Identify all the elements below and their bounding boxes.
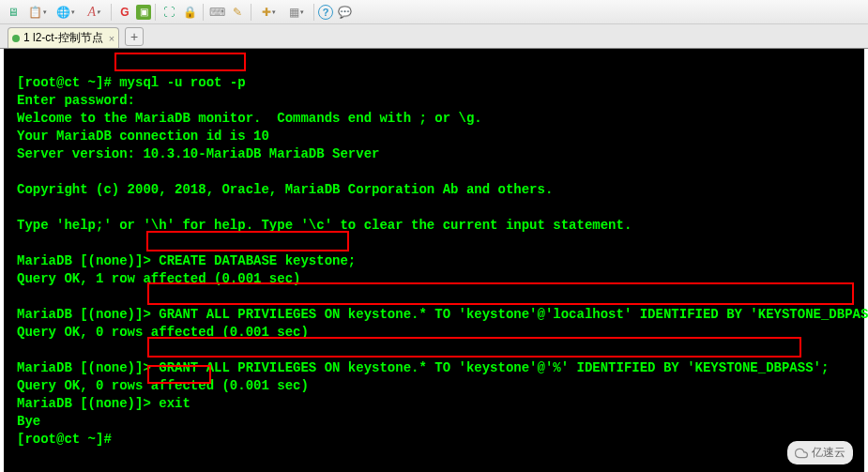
help-icon[interactable]: ? (318, 5, 333, 20)
cloud-icon (795, 447, 808, 460)
separator (313, 4, 314, 21)
grid-icon[interactable]: ▦▾ (283, 3, 310, 22)
refresh-icon[interactable]: G (115, 3, 134, 22)
terminal-line: [root@ct ~]# mysql -u root -p (17, 75, 246, 90)
lock-icon[interactable]: 🔒 (180, 3, 199, 22)
add-icon[interactable]: ✚▾ (255, 3, 282, 22)
copy-icon[interactable]: 📋▾ (24, 3, 51, 22)
expand-icon[interactable]: ⛶ (160, 3, 178, 22)
terminal-line: Copyright (c) 2000, 2018, Oracle, MariaD… (17, 182, 553, 197)
highlight-box (147, 337, 801, 358)
terminal-line: MariaDB [(none)]> GRANT ALL PRIVILEGES O… (17, 360, 829, 375)
globe-icon[interactable]: 🌐▾ (53, 3, 79, 22)
highlight-box (114, 53, 246, 71)
separator (155, 4, 156, 21)
highlight-box (147, 282, 854, 305)
terminal-line: Your MariaDB connection id is 10 (17, 129, 269, 144)
chevron-down-icon: ▾ (71, 8, 75, 16)
watermark: 亿速云 (787, 441, 853, 464)
separator (111, 4, 112, 21)
tab-label: 1 l2-ct-控制节点 (23, 30, 103, 46)
separator (251, 4, 251, 21)
script-icon[interactable]: ▣ (136, 5, 151, 20)
chevron-down-icon: ▾ (272, 8, 276, 16)
terminal[interactable]: [root@ct ~]# mysql -u root -p Enter pass… (4, 49, 864, 472)
terminal-line: Server version: 10.3.10-MariaDB MariaDB … (17, 146, 379, 161)
status-indicator-icon (12, 35, 20, 42)
chevron-down-icon: ▾ (43, 8, 47, 16)
terminal-line: Enter password: (17, 93, 135, 108)
connect-icon[interactable]: 🖥 (4, 3, 23, 22)
chevron-down-icon: ▾ (97, 8, 100, 16)
toolbar: 🖥 📋▾ 🌐▾ A▾ G ▣ ⛶ 🔒 ⌨ ✎ ✚▾ ▦▾ ? 💬 (0, 0, 868, 24)
chat-icon[interactable]: 💬 (335, 3, 354, 22)
tabbar: 1 l2-ct-控制节点 × + (0, 24, 868, 49)
font-icon[interactable]: A▾ (81, 3, 107, 22)
terminal-line: Welcome to the MariaDB monitor. Commands… (17, 111, 482, 126)
close-icon[interactable]: × (109, 33, 114, 44)
highlight-box (147, 365, 211, 384)
edit-icon[interactable]: ✎ (228, 3, 247, 22)
highlight-box (146, 231, 349, 251)
terminal-line: MariaDB [(none)]> GRANT ALL PRIVILEGES O… (17, 307, 868, 322)
separator (203, 4, 204, 21)
terminal-line: [root@ct ~]# (17, 432, 119, 447)
terminal-line: MariaDB [(none)]> exit (17, 396, 190, 411)
terminal-line: Bye (17, 414, 40, 429)
chevron-down-icon: ▾ (300, 8, 304, 16)
tab-session[interactable]: 1 l2-ct-控制节点 × (8, 27, 119, 48)
watermark-text: 亿速云 (812, 444, 845, 462)
add-tab-button[interactable]: + (125, 27, 144, 46)
terminal-line: MariaDB [(none)]> CREATE DATABASE keysto… (17, 253, 356, 268)
keyboard-icon[interactable]: ⌨ (207, 3, 226, 22)
